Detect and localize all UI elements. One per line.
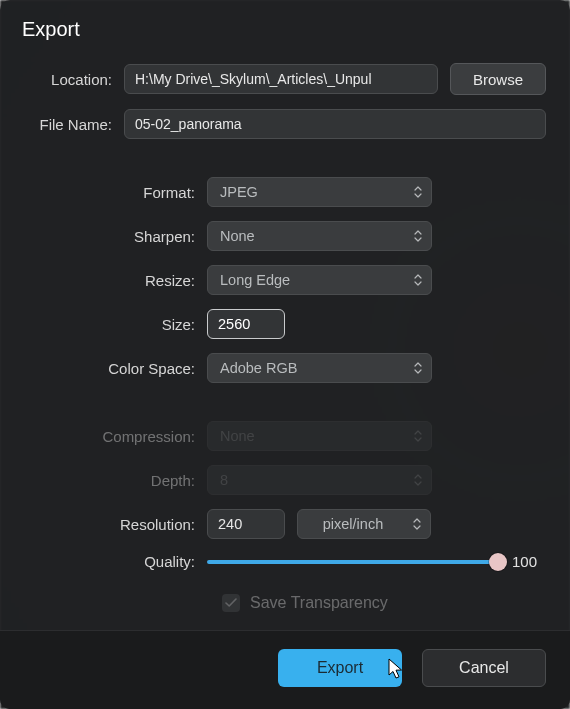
colorspace-select[interactable]: Adobe RGB (207, 353, 432, 383)
label-location: Location: (12, 71, 124, 88)
row-quality: Quality: 100 (12, 553, 546, 570)
label-resolution: Resolution: (12, 516, 207, 533)
label-format: Format: (12, 184, 207, 201)
label-filename: File Name: (12, 116, 124, 133)
resolution-input[interactable] (207, 509, 285, 539)
label-depth: Depth: (12, 472, 207, 489)
export-dialog: Export Location: Browse File Name: Forma… (0, 0, 570, 709)
quality-slider-thumb[interactable] (489, 553, 507, 571)
depth-select: 8 (207, 465, 432, 495)
row-sharpen: Sharpen: None (12, 221, 546, 251)
row-compression: Compression: None (12, 421, 546, 451)
label-quality: Quality: (12, 553, 207, 570)
cancel-button[interactable]: Cancel (422, 649, 546, 687)
resolution-unit-select[interactable]: pixel/inch (297, 509, 431, 539)
dialog-footer: Export Cancel (0, 630, 570, 709)
row-colorspace: Color Space: Adobe RGB (12, 353, 546, 383)
format-select[interactable]: JPEG (207, 177, 432, 207)
size-input[interactable] (207, 309, 285, 339)
browse-button[interactable]: Browse (450, 63, 546, 95)
row-save-transparency: Save Transparency (12, 594, 546, 612)
filename-input[interactable] (124, 109, 546, 139)
label-colorspace: Color Space: (12, 360, 207, 377)
row-depth: Depth: 8 (12, 465, 546, 495)
label-resize: Resize: (12, 272, 207, 289)
quality-slider[interactable] (207, 560, 498, 564)
dialog-title: Export (0, 0, 570, 63)
label-size: Size: (12, 316, 207, 333)
row-resize: Resize: Long Edge (12, 265, 546, 295)
sharpen-select[interactable]: None (207, 221, 432, 251)
row-filename: File Name: (12, 109, 546, 139)
row-resolution: Resolution: pixel/inch (12, 509, 546, 539)
row-size: Size: (12, 309, 546, 339)
row-location: Location: Browse (12, 63, 546, 95)
label-sharpen: Sharpen: (12, 228, 207, 245)
compression-select: None (207, 421, 432, 451)
save-transparency-checkbox (222, 594, 240, 612)
save-transparency-label: Save Transparency (250, 594, 388, 612)
label-compression: Compression: (12, 428, 207, 445)
quality-value: 100 (512, 553, 546, 570)
row-format: Format: JPEG (12, 177, 546, 207)
check-icon (225, 598, 237, 608)
export-button[interactable]: Export (278, 649, 402, 687)
resize-select[interactable]: Long Edge (207, 265, 432, 295)
location-input[interactable] (124, 64, 438, 94)
